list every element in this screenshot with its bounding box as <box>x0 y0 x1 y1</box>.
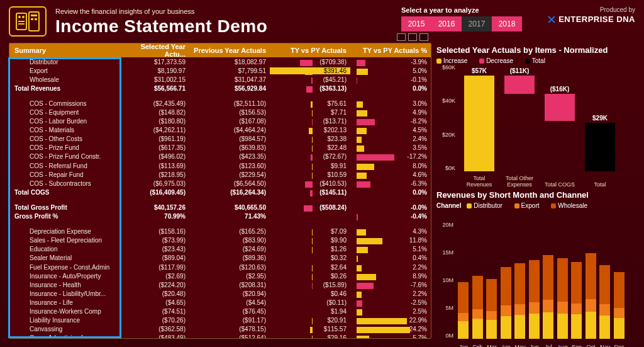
table-row[interactable]: COS - Repair Fund($218.95)($229.54)$10.5… <box>9 170 431 179</box>
table-row[interactable]: COS - Commissions($2,435.49)($2,511.10)$… <box>9 99 431 108</box>
brand-logo: ENTERPRISE DNA <box>547 14 635 24</box>
table-row[interactable]: Total Revenues$56,566.71$56,929.84($363.… <box>9 84 431 93</box>
table-row[interactable]: Fuel Expense - Const.Admin($117.99)($120… <box>9 263 431 271</box>
table-row[interactable]: Insurance - Life($4.65)($4.54)($0.11)-2.… <box>9 298 431 307</box>
table-row[interactable]: COS - Prize Fund Constr.($496.02)($423.3… <box>9 152 431 161</box>
svg-rect-6 <box>31 14 37 16</box>
svg-rect-3 <box>18 21 25 22</box>
waterfall-chart[interactable]: $0K$20K$40K$60K $57K($11K)($16K)$29K Tot… <box>436 68 638 188</box>
table-row[interactable]: COS - Referral Fund($113.69)($123.60)$9.… <box>9 161 431 170</box>
table-row[interactable]: COS - Labor Burden($180.80)($167.08)($13… <box>9 117 431 126</box>
page-title: Income Statement Demo <box>55 16 267 37</box>
col-sy[interactable]: Selected Year Actu... <box>121 43 189 58</box>
year-2017[interactable]: 2017 <box>462 16 492 31</box>
col-summary[interactable]: Summary <box>9 47 121 54</box>
legend-decrease: Decrease <box>486 57 513 64</box>
table-row[interactable]: Canvassing($362.58)($478.15)$115.5724.2% <box>9 325 431 334</box>
legend-total: Total <box>532 57 545 64</box>
table-row[interactable]: COS - Prize Fund($617.35)($639.83)$22.48… <box>9 144 431 152</box>
table-row[interactable]: Total Gross Profit$40,157.26$40,665.50($… <box>9 203 431 212</box>
produced-label: Produced by <box>547 6 635 13</box>
header: Review the financial insights of your bu… <box>9 6 635 40</box>
table-row[interactable]: Education($23.43)($24.69)$1.265.1% <box>9 245 431 254</box>
table-row[interactable]: COS - Other Costs($961.19)($984.57)$23.3… <box>9 135 431 144</box>
table-row[interactable]: Distributor$17,373.59$18,082.97($709.38)… <box>9 57 431 66</box>
table-row[interactable]: Total COGS($16,409.45)($16,264.34)($145.… <box>9 188 431 196</box>
year-2016[interactable]: 2016 <box>431 16 462 31</box>
revenue-chart[interactable]: 0M5M10M15M20M JanFebMarAprMayJunJulAugSe… <box>436 215 638 347</box>
brand-text: ENTERPRISE DNA <box>558 14 635 24</box>
year-slicer: Select a year to analyze 201520162017201… <box>401 6 522 31</box>
filter-icon[interactable] <box>397 33 406 41</box>
year-slicer-label: Select a year to analyze <box>401 6 522 14</box>
report-logo-icon <box>9 6 47 37</box>
visual-toolbar <box>397 33 428 41</box>
table-row[interactable]: COS - Materials($4,262.11)($4,464.24)$20… <box>9 126 431 135</box>
table-row[interactable]: Depreciation Expense($158.16)($165.25)$7… <box>9 227 431 236</box>
table-row[interactable]: Gross Profit %70.99%71.43%-0.4% <box>9 212 431 221</box>
svg-rect-8 <box>35 18 37 20</box>
svg-rect-4 <box>18 23 25 25</box>
table-row[interactable]: Insurance-Workers Comp($74.51)($76.45)$1… <box>9 307 431 316</box>
table-row[interactable]: COS - Subcontractors($6,975.03)($6,564.5… <box>9 179 431 188</box>
dashboard: Review the financial insights of your bu… <box>0 0 644 347</box>
year-2015[interactable]: 2015 <box>401 16 431 31</box>
table-row[interactable]: COS - Equipment($148.82)($156.53)$7.714.… <box>9 108 431 117</box>
table-row[interactable]: Export$8,190.97$7,799.51$391.465.0% <box>9 66 431 75</box>
table-row[interactable]: Insurance - Auto/Property($2.69)($2.95)$… <box>9 271 431 280</box>
subtitle: Review the financial insights of your bu… <box>55 8 194 15</box>
legend-wholesale: Wholesale <box>558 202 587 209</box>
legend-export: Export <box>521 202 540 209</box>
income-statement-table[interactable]: Summary Selected Year Actu... Previous Y… <box>9 43 431 339</box>
legend-increase: Increase <box>443 57 467 64</box>
col-diffpct[interactable]: TY vs PY Actuals % <box>350 47 431 54</box>
col-diff[interactable]: TY vs PY Actuals <box>270 47 350 54</box>
svg-rect-7 <box>31 18 33 20</box>
col-py[interactable]: Previous Year Actuals <box>189 47 270 54</box>
table-row[interactable]: Sales - Fleet Depreciation($73.99)($83.9… <box>9 236 431 245</box>
more-icon[interactable] <box>419 33 428 41</box>
table-row[interactable]: Insurance - Liability/Umbr...($20.48)($2… <box>9 289 431 298</box>
focus-icon[interactable] <box>408 33 417 41</box>
year-2018[interactable]: 2018 <box>492 16 522 31</box>
table-row[interactable]: Insurance - Health($224.20)($208.31)($15… <box>9 280 431 289</box>
produced-by: Produced by ENTERPRISE DNA <box>547 6 635 24</box>
revenue-chart-title: Revenues by Short Month and Channel <box>436 190 638 200</box>
table-row[interactable]: Wholesale$31,002.15$31,047.37($45.21)-0.… <box>9 75 431 84</box>
legend-channel-label: Channel <box>436 202 461 209</box>
dna-icon <box>547 15 556 24</box>
waterfall-title: Selected Year Actuals by Items - Normali… <box>436 45 638 55</box>
table-row[interactable]: Liability Insurance($70.26)($91.17)$20.9… <box>9 316 431 325</box>
table-row[interactable]: Sealer Material($89.04)($89.36)$0.320.4% <box>9 254 431 263</box>
revenue-legend: Channel Distributor Export Wholesale <box>436 202 638 209</box>
svg-point-2 <box>22 16 25 18</box>
table-header: Summary Selected Year Actu... Previous Y… <box>9 43 431 57</box>
right-column: Selected Year Actuals by Items - Normali… <box>436 45 638 341</box>
waterfall-legend: Increase Decrease Total <box>436 57 638 64</box>
table-row[interactable]: Co-op Advertising fee($483.49)($512.64)$… <box>9 334 431 338</box>
svg-point-1 <box>18 16 21 18</box>
legend-distributor: Distributor <box>474 202 502 209</box>
